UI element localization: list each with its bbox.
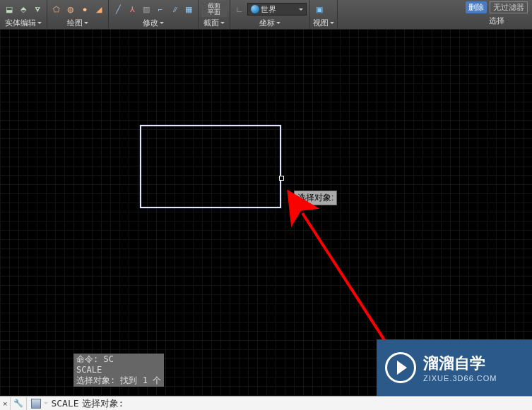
chevron-down-icon[interactable] [84, 22, 88, 24]
watermark-subtitle: ZIXUE.3D66.COM [423, 374, 497, 382]
ribbon-group-solid-edit: ⬓ ⬘ ⛛ 实体编辑 [0, 0, 47, 29]
watermark-banner: 溜溜自学 ZIXUE.3D66.COM [377, 339, 532, 396]
world-dropdown[interactable]: 世界 [247, 3, 307, 16]
cmd-history-line: 命令: SC [76, 354, 161, 365]
selection-grip[interactable] [279, 176, 284, 181]
group-label: 选择 [489, 16, 504, 26]
close-icon: × [3, 399, 7, 408]
command-input[interactable]: SCALE 选择对象: [27, 397, 532, 410]
globe-icon [251, 5, 259, 13]
command-prompt-text: 选择对象: [82, 397, 124, 410]
ribbon-group-view: ▣ 视图 [310, 0, 338, 29]
chevron-down-icon[interactable] [44, 402, 48, 404]
presspull-icon[interactable]: ⬘ [17, 3, 30, 16]
thicken-icon[interactable]: ⌐ [154, 3, 167, 16]
selection-tooltip: 选择对象: [294, 191, 337, 205]
group-label: 实体编辑 [5, 18, 36, 28]
ribbon-group-draw: ⬠ ◍ ● ◢ 绘图 [47, 0, 109, 29]
filter-button[interactable]: 无过滤器 [490, 1, 528, 13]
box-icon[interactable]: ⬠ [50, 3, 63, 16]
watermark-title: 溜溜自学 [423, 353, 497, 374]
ribbon-group-select: 删除 无过滤器 选择 [466, 0, 528, 28]
active-command: SCALE [51, 398, 78, 409]
view-icon[interactable]: ▣ [313, 3, 326, 16]
chamfer-icon[interactable]: ⅄ [126, 3, 138, 16]
ribbon-toolbar: ⬓ ⬘ ⛛ 实体编辑 ⬠ ◍ ● ◢ 绘图 ╱ ⅄ ▥ ⌐ ⫽ ▦ 修改 截面 … [0, 0, 532, 30]
group-label: 截面 [203, 18, 219, 28]
wedge-icon[interactable]: ◢ [93, 3, 105, 16]
array-icon[interactable]: ⫽ [168, 3, 181, 16]
selected-rectangle[interactable] [140, 125, 281, 208]
cylinder-icon[interactable]: ◍ [64, 3, 77, 16]
close-commandline-button[interactable]: × [0, 397, 11, 410]
command-icon [31, 399, 41, 409]
chevron-down-icon[interactable] [276, 22, 280, 24]
chevron-down-icon[interactable] [330, 22, 334, 24]
group-label: 坐标 [259, 18, 275, 28]
group-label: 修改 [143, 18, 158, 28]
chevron-down-icon [299, 8, 303, 11]
sphere-icon[interactable]: ● [78, 3, 91, 16]
command-history: 命令: SC SCALE 选择对象: 找到 1 个 [73, 354, 164, 387]
ribbon-group-modify: ╱ ⅄ ▥ ⌐ ⫽ ▦ 修改 [109, 0, 199, 29]
cmd-history-line: SCALE [76, 365, 161, 375]
extrude-icon[interactable]: ⬓ [3, 3, 16, 16]
delete-button[interactable]: 删除 [466, 1, 487, 13]
world-label: 世界 [261, 4, 276, 15]
ucs-icon[interactable]: ∟ [233, 3, 246, 16]
chevron-down-icon[interactable] [37, 22, 42, 24]
slice-icon[interactable]: ▥ [140, 3, 153, 16]
align-icon[interactable]: ▦ [182, 3, 195, 16]
ribbon-group-coords: ∟ 世界 坐标 [230, 0, 310, 29]
separate-icon[interactable]: ⛛ [31, 3, 44, 16]
group-label: 绘图 [67, 18, 83, 28]
wrench-icon: 🔧 [13, 399, 23, 408]
cmd-history-line: 选择对象: 找到 1 个 [76, 375, 161, 386]
chevron-down-icon[interactable] [220, 22, 225, 24]
play-logo-icon [385, 352, 416, 383]
fillet-icon[interactable]: ╱ [112, 3, 124, 16]
ribbon-group-section: 截面 平面 截面 [199, 0, 230, 29]
section-plane-button[interactable]: 截面 平面 [201, 1, 227, 17]
group-label: 视图 [313, 18, 329, 28]
chevron-down-icon[interactable] [160, 22, 164, 24]
customize-button[interactable]: 🔧 [11, 397, 27, 410]
command-line-bar: × 🔧 SCALE 选择对象: [0, 396, 532, 410]
